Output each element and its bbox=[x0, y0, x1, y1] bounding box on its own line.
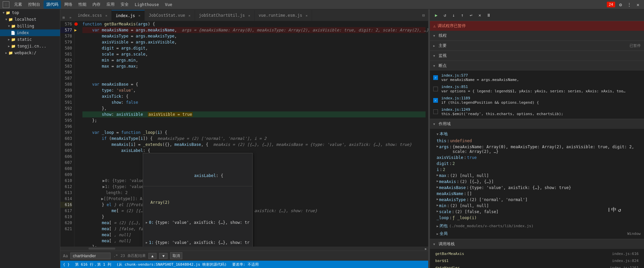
menu-sources[interactable]: 源代码 bbox=[44, 0, 61, 9]
tab-index-scss[interactable]: index.scss ✕ bbox=[74, 10, 112, 21]
bp-file-4: index.js:1249 bbox=[441, 107, 641, 112]
menu-application[interactable]: 应用 bbox=[104, 0, 117, 9]
closure-header[interactable]: ▶ 闭包 (./node_modules/v-charts/lib/index.… bbox=[430, 222, 644, 230]
arrow-icon-5: ▶ bbox=[8, 44, 10, 48]
var-args[interactable]: ▶ args: {meaAxisName: Array(0), meaAxisT… bbox=[430, 144, 644, 155]
local-arrow: ▼ bbox=[437, 132, 438, 136]
tab-more[interactable]: » bbox=[67, 14, 74, 21]
more-icon[interactable]: ⋮ bbox=[626, 1, 633, 8]
editor-wrapper: 576 577 578 579 580 581 582 583 586 587 bbox=[60, 21, 428, 261]
section-label-monitor: 监视 bbox=[439, 53, 447, 59]
font-size-medium-icon[interactable]: 中 bbox=[611, 206, 617, 213]
pause-on-exceptions-btn[interactable]: ⏸ bbox=[485, 11, 492, 19]
split-editor-btn[interactable]: ⊟ bbox=[419, 10, 428, 21]
search-icon: Aa bbox=[63, 254, 68, 258]
main-stopped-badge: 已暂停 bbox=[630, 43, 641, 48]
menu-security[interactable]: 安全 bbox=[118, 0, 131, 9]
settings-icon[interactable]: ⚙ bbox=[617, 1, 624, 8]
menu-memory[interactable]: 内存 bbox=[90, 0, 103, 9]
tab-index-js[interactable]: index.js ✕ bbox=[112, 10, 145, 21]
sidebar-item-top[interactable]: ▼ 📁 top bbox=[0, 9, 60, 16]
menu-elements[interactable]: 元素 bbox=[11, 0, 25, 9]
regex-icon[interactable]: .* bbox=[113, 254, 118, 258]
bp-item-4[interactable]: index.js:1249 this.$emit('ready', this.e… bbox=[430, 106, 644, 117]
var-meaaxistype[interactable]: ▶ meaAxisType: (2) ['normal', 'normal'] bbox=[430, 197, 644, 203]
status-cursor-icon: { } bbox=[63, 262, 70, 267]
section-breakpoints-header[interactable]: 断点 bbox=[430, 61, 644, 71]
file-ref-0: index.js:616 bbox=[612, 252, 639, 256]
step-out-btn[interactable]: ↩ bbox=[467, 11, 475, 19]
scroll-thumb[interactable] bbox=[88, 248, 115, 250]
section-main-header[interactable]: 主要 已暂停 bbox=[430, 41, 644, 51]
folder-icon: 📁 bbox=[6, 11, 10, 15]
global-header[interactable]: ▶ 全局 Window bbox=[430, 230, 644, 238]
var-meaaxis[interactable]: ▶ meaAxis: (2) [{…}, {…}] bbox=[430, 179, 644, 185]
search-bar: Aa .* 23 条匹配结果 ▲ ▼ 取消 bbox=[60, 251, 428, 261]
tab-jobcoststat[interactable]: JobCostStat.vue ✕ bbox=[145, 10, 195, 21]
menu-network[interactable]: 网络 bbox=[62, 0, 75, 9]
sidebar-item-localhost[interactable]: ▼ 📁 localhost bbox=[0, 16, 60, 23]
horizontal-scrollbar[interactable]: ▶ bbox=[60, 247, 428, 251]
scroll-right-arrow[interactable]: ▶ bbox=[425, 247, 427, 251]
menu-performance[interactable]: 性能 bbox=[76, 0, 89, 9]
bp-item-1[interactable]: index.js:577 var meaAxisName = args.meaA… bbox=[430, 72, 644, 83]
section-callstack-header[interactable]: 调用堆栈 bbox=[430, 239, 644, 249]
arrow-icon-4: ▶ bbox=[8, 38, 10, 41]
section-threads-header[interactable]: 线程 bbox=[430, 31, 644, 40]
var-digit: digit: 2 bbox=[430, 161, 644, 167]
sidebar-item-billing[interactable]: ▼ 📁 billing bbox=[0, 23, 60, 29]
next-match-btn[interactable]: ▼ bbox=[159, 253, 168, 259]
font-size-large-icon[interactable]: ↺ bbox=[618, 207, 621, 213]
resume-btn[interactable]: ▶ bbox=[433, 11, 440, 19]
tab-close-0[interactable]: ✕ bbox=[105, 14, 107, 17]
sidebar-item-index[interactable]: 📄 index bbox=[0, 29, 60, 36]
var-this[interactable]: this: undefined bbox=[430, 138, 644, 144]
step-over-btn[interactable]: ↓ bbox=[450, 11, 457, 19]
callstack-item-1[interactable]: bar$$1 index.js:824 bbox=[430, 257, 644, 264]
editor-content[interactable]: 576 577 578 579 580 581 582 583 586 587 bbox=[60, 21, 428, 247]
cancel-search-btn[interactable]: 取消 bbox=[170, 252, 182, 259]
fn-name-2: dataHandler bbox=[435, 266, 460, 268]
tab-close-3[interactable]: ✕ bbox=[248, 14, 250, 17]
section-monitor-header[interactable]: 监视 bbox=[430, 51, 644, 61]
tab-close-4[interactable]: ✕ bbox=[306, 14, 308, 17]
tab-close-2[interactable]: ✕ bbox=[188, 14, 190, 17]
code-text[interactable]: function getBarMeaAxis(args) { var meaAx… bbox=[80, 21, 428, 247]
prev-match-btn[interactable]: ▲ bbox=[148, 253, 157, 259]
section-arrow-main bbox=[433, 44, 437, 48]
bp-check-1[interactable] bbox=[433, 75, 438, 80]
folder-icon-2: 📁 bbox=[8, 17, 13, 22]
bp-check-3[interactable] bbox=[433, 98, 438, 103]
local-scope-header[interactable]: ▼ 本地 bbox=[430, 130, 644, 138]
tab-vue-runtime[interactable]: vue.runtime.esm.js ✕ bbox=[255, 10, 312, 21]
callstack-item-2[interactable]: dataHandler index.js:1161 bbox=[430, 264, 644, 268]
global-label: 全局 bbox=[440, 231, 448, 237]
sidebar-item-tongji[interactable]: ▶ 📁 tongji.cn... bbox=[0, 43, 60, 50]
section-arrow-bp bbox=[433, 64, 437, 68]
debug-sections-container[interactable]: 线程 主要 已暂停 监视 bbox=[430, 31, 644, 268]
bp-item-3[interactable]: index.js:1189 if (this.legendPosition &&… bbox=[430, 95, 644, 106]
search-input[interactable] bbox=[70, 253, 111, 259]
close-devtools-icon[interactable]: ✕ bbox=[635, 1, 641, 8]
reload-btn[interactable]: ↺ bbox=[441, 11, 449, 19]
bp-code-1: var meaAxisName = args.meaAxisName, bbox=[441, 78, 641, 82]
tab-jobstatchartutil[interactable]: jobStatChartUtil.js ✕ bbox=[195, 10, 255, 21]
callstack-item-0[interactable]: getBarMeaAxis index.js:616 bbox=[430, 250, 644, 257]
bp-item-2[interactable]: index.js:851 var options = { legend: leg… bbox=[430, 83, 644, 95]
sidebar-item-webpack[interactable]: ▶ 📁 webpack:/ bbox=[0, 50, 60, 56]
step-into-btn[interactable]: ↑ bbox=[459, 11, 466, 19]
menu-console[interactable]: 控制台 bbox=[25, 0, 43, 9]
section-scope-header[interactable]: 作用域 bbox=[430, 119, 644, 129]
bp-check-2[interactable] bbox=[433, 87, 438, 91]
font-size-small-icon[interactable]: Ⅰ bbox=[608, 207, 610, 213]
sidebar-item-static[interactable]: ▶ 📁 static bbox=[0, 36, 60, 43]
menu-lighthouse[interactable]: Lighthouse bbox=[132, 1, 162, 8]
bp-check-4[interactable] bbox=[433, 109, 438, 114]
var-max[interactable]: ▶ max: (2) [null, null] bbox=[430, 173, 644, 179]
tab-close-1[interactable]: ✕ bbox=[138, 14, 140, 17]
tab-pages[interactable]: ⊞ bbox=[60, 14, 67, 21]
section-label-main: 主要 bbox=[439, 43, 447, 49]
var-meaaxisbase[interactable]: ▶ meaAxisBase: {type: 'value', axisTick:… bbox=[430, 185, 644, 191]
menu-vue[interactable]: Vue bbox=[162, 1, 175, 8]
deactivate-breakpoints-btn[interactable]: ✕ bbox=[476, 11, 484, 19]
